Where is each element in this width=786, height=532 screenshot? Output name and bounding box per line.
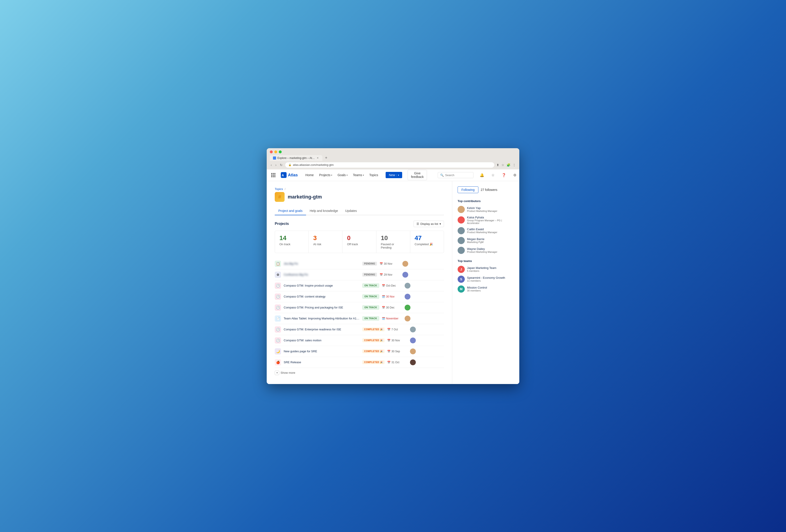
- stat-at-risk[interactable]: 3 At risk: [309, 231, 343, 253]
- feedback-button[interactable]: Give feedback: [408, 170, 427, 180]
- stat-on-track[interactable]: 14 On track: [275, 231, 309, 253]
- status-badge: COMPLETED 🎉: [362, 349, 385, 353]
- tab-close-icon[interactable]: ✕: [316, 157, 319, 160]
- team-row[interactable]: S Spearmint - Economy Growth 11 members: [458, 276, 514, 283]
- contributor-name: Kelvin Yap: [467, 206, 498, 210]
- project-name: Team Atlas Tablet: Improving Marketing A…: [284, 317, 360, 320]
- nav-teams[interactable]: Teams ▾: [351, 172, 366, 178]
- nav-projects[interactable]: Projects ▾: [317, 172, 334, 178]
- date-text: 7 Oct: [391, 328, 398, 331]
- following-button[interactable]: Following: [458, 186, 478, 193]
- section-header: Projects ☰ Display as list ▾: [275, 221, 444, 227]
- project-row[interactable]: 🌙 New guides page for SRE COMPLETED 🎉 📅 …: [275, 346, 444, 357]
- project-icon: 📄: [275, 316, 281, 322]
- status-badge: ON TRACK: [362, 294, 379, 299]
- status-badge: COMPLETED 🎉: [362, 339, 385, 342]
- notifications-icon[interactable]: 🔔: [479, 172, 485, 178]
- team-members: 5 members: [467, 270, 496, 272]
- top-teams-title: Top teams: [458, 259, 514, 263]
- help-icon[interactable]: ❓: [501, 172, 507, 178]
- more-icon[interactable]: ⋮: [512, 163, 516, 167]
- team-avatar: S: [458, 276, 465, 283]
- show-more[interactable]: ▾ Show more: [275, 368, 444, 378]
- project-row[interactable]: 🕐 Compass GTM: Inspire product usage ON …: [275, 280, 444, 291]
- forward-button[interactable]: ›: [275, 163, 277, 167]
- new-tab-button[interactable]: +: [323, 155, 329, 161]
- section-title: Projects: [275, 222, 289, 226]
- contributor-row[interactable]: Megan Barrie Marketing PgM: [458, 237, 514, 244]
- project-avatar: [404, 283, 411, 288]
- contributor-row[interactable]: Wayne Dailey Product Marketing Manager: [458, 247, 514, 254]
- tab-title: Explore – marketing-gtm – At…: [277, 157, 315, 160]
- extensions-icon[interactable]: 🧩: [506, 163, 511, 167]
- contributor-name: Megan Barrie: [467, 237, 484, 241]
- stat-paused[interactable]: 10 Paused or Pending: [376, 231, 410, 253]
- projects-chevron-icon: ▾: [331, 174, 332, 176]
- back-button[interactable]: ‹: [270, 163, 273, 167]
- date-text: 30 Dec: [386, 306, 395, 309]
- contributor-role: Product Marketing Manager: [467, 231, 498, 234]
- project-row[interactable]: 🕐 Compass GTM: Pricing and packaging for…: [275, 302, 444, 313]
- nav-goals[interactable]: Goals ▾: [335, 172, 350, 178]
- tab-help-knowledge[interactable]: Help and knowledge: [306, 207, 342, 215]
- team-row[interactable]: M Mission Control 30 members: [458, 285, 514, 293]
- team-avatar: M: [458, 285, 465, 293]
- status-badge: COMPLETED 🎉: [362, 327, 385, 331]
- active-tab[interactable]: Explore – marketing-gtm – At… ✕: [270, 155, 322, 161]
- page-tabs: Project and goals Help and knowledge Upd…: [275, 207, 444, 215]
- atlas-logo-text: Atlas: [288, 173, 298, 178]
- settings-icon[interactable]: ⚙: [512, 172, 517, 178]
- bookmark-icon[interactable]: ☆: [501, 163, 505, 167]
- search-box[interactable]: 🔍: [438, 172, 473, 178]
- project-row[interactable]: 🕐 Compass GTW: sales motion COMPLETED 🎉 …: [275, 335, 444, 346]
- calendar-icon: 📅: [387, 350, 391, 353]
- display-as-list-button[interactable]: ☰ Display as list ▾: [414, 221, 444, 227]
- project-row[interactable]: 🍎 SRE Release COMPLETED 🎉 📅 31 Oct: [275, 357, 444, 368]
- tab-favicon: [273, 157, 276, 160]
- app-switcher-icon[interactable]: [271, 173, 275, 177]
- tab-project-goals[interactable]: Project and goals: [275, 207, 306, 215]
- teams-list: J Japan Marketing Team 5 members S Spear…: [458, 266, 514, 293]
- search-icon: 🔍: [440, 174, 444, 177]
- contributor-row[interactable]: Kaisa Pyhala Group Program Manager – PG …: [458, 216, 514, 225]
- team-name: Spearmint - Economy Growth: [467, 276, 505, 279]
- new-button[interactable]: New ▾: [386, 172, 402, 178]
- starred-icon[interactable]: ☆: [490, 172, 495, 178]
- contributor-row[interactable]: Kelvin Yap Product Marketing Manager: [458, 206, 514, 213]
- stat-off-track[interactable]: 0 Off track: [343, 231, 376, 253]
- nav-topics[interactable]: Topics: [367, 172, 380, 178]
- project-avatar: [410, 338, 416, 343]
- project-row[interactable]: 📄 Team Atlas Tablet: Improving Marketing…: [275, 313, 444, 324]
- contributor-row[interactable]: Caitlin Ewald Product Marketing Manager: [458, 227, 514, 234]
- project-row[interactable]: 📋 Jira Big Fix PENDING 📅 30 Nov: [275, 258, 444, 269]
- reload-button[interactable]: ↻: [279, 163, 283, 167]
- minimize-button[interactable]: [274, 151, 277, 153]
- project-name: Compass GTM: Enterprise readiness for IS…: [284, 328, 360, 331]
- close-button[interactable]: [270, 151, 273, 153]
- list-icon: ☰: [416, 222, 419, 226]
- maximize-button[interactable]: [279, 151, 282, 153]
- team-row[interactable]: J Japan Marketing Team 5 members: [458, 266, 514, 273]
- address-bar[interactable]: 🔒 atlas.atlassian.com/marketing-gtm: [285, 162, 494, 168]
- project-row[interactable]: 🕐 Compass GTM: Enterprise readiness for …: [275, 324, 444, 335]
- nav-home[interactable]: Home: [303, 172, 316, 178]
- project-row[interactable]: 🕐 Compass GTM: content strategy ON TRACK…: [275, 291, 444, 302]
- project-icon: 🕐: [275, 304, 281, 311]
- share-icon[interactable]: ⬆: [496, 163, 500, 167]
- top-contributors-title: Top contributors: [458, 200, 514, 203]
- project-avatar: [404, 294, 411, 300]
- tab-updates[interactable]: Updates: [342, 207, 360, 215]
- breadcrumb-topics[interactable]: Topics: [275, 187, 283, 191]
- project-row[interactable]: ⚙ Confluence Big Fix PENDING 📅 29 Nov: [275, 269, 444, 280]
- stat-off-track-label: Off track: [347, 242, 372, 246]
- project-date: 📅 7 Oct: [387, 328, 407, 331]
- top-nav: A Atlas Home Projects ▾ Goals ▾ Teams ▾: [267, 169, 519, 181]
- search-input[interactable]: [445, 174, 470, 177]
- lock-icon: 🔒: [288, 163, 292, 166]
- project-name: SRE Release: [284, 361, 360, 364]
- goals-chevron-icon: ▾: [347, 174, 348, 176]
- project-icon: 📋: [275, 261, 281, 267]
- stat-completed[interactable]: 47 Completed 🎉: [410, 231, 444, 253]
- atlas-logo[interactable]: A Atlas: [281, 172, 298, 178]
- breadcrumb: Topics /: [275, 187, 444, 191]
